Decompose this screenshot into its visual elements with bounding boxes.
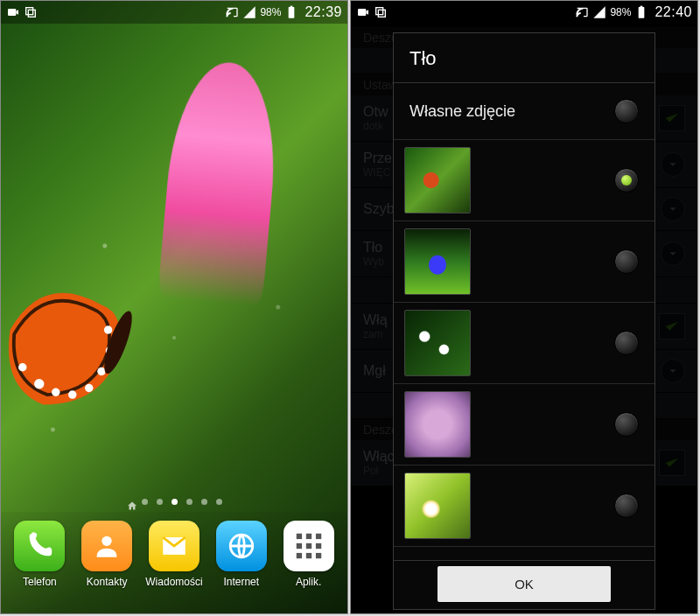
radio-icon[interactable] bbox=[614, 99, 639, 123]
app-label: Wiadomości bbox=[145, 576, 202, 588]
page-dot[interactable] bbox=[142, 499, 148, 505]
dock-app-internet[interactable]: Internet bbox=[211, 521, 272, 588]
svg-rect-13 bbox=[290, 6, 293, 7]
svg-rect-16 bbox=[296, 534, 301, 539]
svg-rect-19 bbox=[296, 543, 301, 549]
thumbnail-butterfly bbox=[404, 147, 471, 214]
wallpaper-butterfly bbox=[0, 263, 211, 430]
svg-rect-18 bbox=[315, 534, 320, 539]
camera-icon bbox=[6, 5, 20, 19]
svg-point-0 bbox=[34, 379, 44, 388]
dock: Telefon Kontakty Wiadomości Internet Apl… bbox=[1, 512, 347, 613]
option-image-5[interactable] bbox=[394, 466, 654, 547]
svg-point-14 bbox=[102, 536, 112, 546]
page-dot-active[interactable] bbox=[172, 499, 178, 505]
radio-icon[interactable] bbox=[614, 412, 639, 437]
signal-icon bbox=[592, 5, 606, 19]
phone-home-screen: 98% 22:39 Telefon Kontakty Wiadomości In… bbox=[0, 0, 348, 614]
globe-icon bbox=[216, 521, 267, 571]
battery-icon bbox=[284, 5, 298, 19]
option-label: Własne zdjęcie bbox=[410, 102, 515, 121]
svg-rect-11 bbox=[28, 10, 35, 17]
thumbnail-lilac bbox=[404, 391, 471, 458]
svg-rect-29 bbox=[640, 6, 643, 7]
option-custom-photo[interactable]: Własne zdjęcie bbox=[394, 83, 654, 140]
background-picker-dialog: Tło Własne zdjęcie bbox=[393, 32, 655, 610]
status-bar: 98% 22:40 bbox=[351, 1, 697, 24]
dialog-footer: OK bbox=[394, 560, 654, 609]
dock-app-messages[interactable]: Wiadomości bbox=[144, 521, 205, 588]
svg-rect-28 bbox=[639, 7, 645, 18]
messages-icon bbox=[149, 521, 200, 571]
svg-point-4 bbox=[97, 368, 106, 376]
radio-icon[interactable] bbox=[614, 331, 639, 355]
phone-icon bbox=[14, 521, 65, 571]
svg-rect-27 bbox=[378, 10, 385, 17]
thumbnail-plumeria bbox=[404, 472, 471, 539]
home-page-dot[interactable] bbox=[127, 499, 133, 505]
svg-rect-26 bbox=[376, 8, 383, 15]
page-dot[interactable] bbox=[216, 499, 222, 505]
svg-point-1 bbox=[52, 388, 60, 397]
app-label: Aplik. bbox=[296, 576, 321, 588]
cast-icon bbox=[575, 5, 589, 19]
options-list[interactable]: Własne zdjęcie bbox=[394, 83, 654, 560]
option-image-4[interactable] bbox=[394, 384, 654, 466]
phone-settings-screen: 98% 22:40 Deszcz Ustawi Otwdotk PrzeWIĘC… bbox=[350, 0, 698, 614]
app-label: Kontakty bbox=[87, 576, 128, 588]
svg-point-6 bbox=[104, 326, 113, 334]
option-image-3[interactable] bbox=[394, 303, 654, 384]
radio-icon-selected[interactable] bbox=[614, 168, 639, 192]
dialog-overlay[interactable]: Tło Własne zdjęcie bbox=[351, 24, 697, 613]
dock-app-phone[interactable]: Telefon bbox=[9, 521, 70, 588]
svg-rect-23 bbox=[305, 553, 311, 558]
page-dot[interactable] bbox=[157, 499, 163, 505]
radio-icon[interactable] bbox=[614, 494, 639, 518]
clock: 22:40 bbox=[654, 4, 692, 20]
ok-button[interactable]: OK bbox=[438, 566, 611, 602]
battery-percent: 98% bbox=[260, 6, 281, 18]
svg-rect-25 bbox=[358, 9, 366, 16]
page-indicator[interactable] bbox=[1, 499, 347, 505]
clock: 22:39 bbox=[304, 4, 342, 20]
radio-icon[interactable] bbox=[614, 249, 639, 274]
apps-grid-icon bbox=[284, 521, 334, 571]
svg-rect-9 bbox=[8, 9, 16, 16]
svg-point-7 bbox=[18, 363, 27, 372]
svg-rect-17 bbox=[305, 534, 311, 539]
svg-rect-20 bbox=[305, 543, 311, 549]
svg-rect-21 bbox=[315, 543, 320, 549]
svg-rect-12 bbox=[289, 7, 295, 18]
page-dot[interactable] bbox=[186, 499, 192, 505]
dock-app-drawer[interactable]: Aplik. bbox=[278, 521, 340, 588]
camera-icon bbox=[356, 5, 370, 19]
contacts-icon bbox=[81, 521, 132, 571]
app-label: Internet bbox=[223, 576, 259, 588]
thumbnail-blossom bbox=[404, 310, 471, 376]
svg-rect-22 bbox=[296, 553, 301, 558]
app-label: Telefon bbox=[23, 576, 57, 588]
cast-icon bbox=[225, 5, 239, 19]
svg-point-2 bbox=[68, 390, 77, 399]
battery-percent: 98% bbox=[610, 6, 631, 18]
svg-point-3 bbox=[85, 384, 94, 393]
dialog-title: Tło bbox=[394, 33, 654, 83]
page-dot[interactable] bbox=[201, 499, 207, 505]
svg-rect-24 bbox=[315, 553, 320, 558]
screenshot-icon bbox=[24, 5, 38, 19]
dock-app-contacts[interactable]: Kontakty bbox=[76, 521, 137, 588]
option-image-1[interactable] bbox=[394, 140, 654, 221]
option-image-2[interactable] bbox=[394, 221, 654, 303]
thumbnail-crocus bbox=[404, 228, 471, 295]
status-bar: 98% 22:39 bbox=[1, 1, 347, 24]
screenshot-icon bbox=[374, 5, 388, 19]
svg-rect-10 bbox=[26, 8, 33, 15]
signal-icon bbox=[242, 5, 256, 19]
battery-icon bbox=[634, 5, 648, 19]
